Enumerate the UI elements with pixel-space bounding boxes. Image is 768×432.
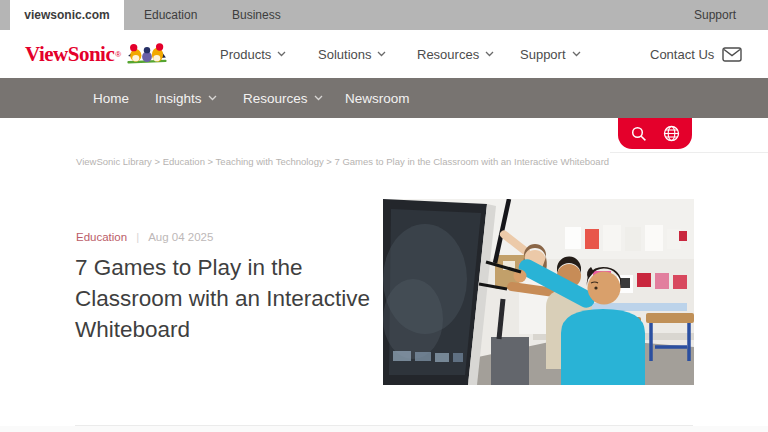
publish-date: Aug 04 2025 <box>148 231 213 243</box>
chevron-down-icon <box>572 51 581 57</box>
nav-support[interactable]: Support <box>520 30 581 78</box>
chevron-down-icon <box>277 51 286 57</box>
nav-resources-label: Resources <box>417 47 479 62</box>
nav-support-label: Support <box>520 47 566 62</box>
article-meta: Education | Aug 04 2025 <box>76 231 213 243</box>
viewsonic-logo[interactable]: ViewSonic® <box>25 40 168 68</box>
subnav-insights[interactable]: Insights <box>155 78 217 118</box>
nav-solutions[interactable]: Solutions <box>318 30 386 78</box>
chevron-down-icon <box>485 51 494 57</box>
nav-products-label: Products <box>220 47 271 62</box>
tab-viewsonic-com-label: viewsonic.com <box>24 8 109 22</box>
classroom-photo-illustration <box>383 199 694 385</box>
breadcrumb[interactable]: ViewSonic Library > Education > Teaching… <box>76 156 609 167</box>
contact-us-label: Contact Us <box>650 47 714 62</box>
page-title: 7 Games to Play in the Classroom with an… <box>75 252 407 345</box>
globe-icon <box>663 125 680 142</box>
tab-education[interactable]: Education <box>144 0 197 30</box>
subnav-home-label: Home <box>93 91 129 106</box>
chevron-down-icon <box>314 95 323 101</box>
header-shadow-line <box>610 152 768 153</box>
language-button[interactable] <box>663 125 680 142</box>
chevron-down-icon <box>377 51 386 57</box>
subnav-newsroom[interactable]: Newsroom <box>345 78 410 118</box>
envelope-icon <box>722 47 742 62</box>
subnav-insights-label: Insights <box>155 91 202 106</box>
chevron-down-icon <box>208 95 217 101</box>
subnav-resources[interactable]: Resources <box>243 78 323 118</box>
subnav-resources-label: Resources <box>243 91 308 106</box>
viewsonic-library-page: viewsonic.com Education Business Support… <box>0 0 768 432</box>
contact-us-link[interactable]: Contact Us <box>650 30 742 78</box>
main-header: ViewSonic® Products Solutions <box>0 30 768 78</box>
search-icon <box>631 126 647 142</box>
next-section-edge <box>0 426 768 432</box>
subnav-home[interactable]: Home <box>93 78 129 118</box>
category-link[interactable]: Education <box>76 231 127 243</box>
tab-business[interactable]: Business <box>232 0 281 30</box>
nav-products[interactable]: Products <box>220 30 286 78</box>
nav-solutions-label: Solutions <box>318 47 371 62</box>
registered-mark: ® <box>115 50 121 59</box>
meta-divider: | <box>136 231 139 243</box>
viewsonic-logo-text: ViewSonic <box>25 42 114 67</box>
nav-resources[interactable]: Resources <box>417 30 494 78</box>
three-birds-logo-icon <box>126 40 168 68</box>
hero-image <box>383 199 694 385</box>
subnav-newsroom-label: Newsroom <box>345 91 410 106</box>
search-button[interactable] <box>631 126 647 142</box>
tab-viewsonic-com[interactable]: viewsonic.com <box>10 0 124 30</box>
topbar-support-link[interactable]: Support <box>694 0 736 30</box>
library-subnav: Home Insights Resources Newsroom <box>0 78 768 118</box>
search-language-box <box>618 118 692 149</box>
top-utility-bar: viewsonic.com Education Business Support <box>0 0 768 30</box>
